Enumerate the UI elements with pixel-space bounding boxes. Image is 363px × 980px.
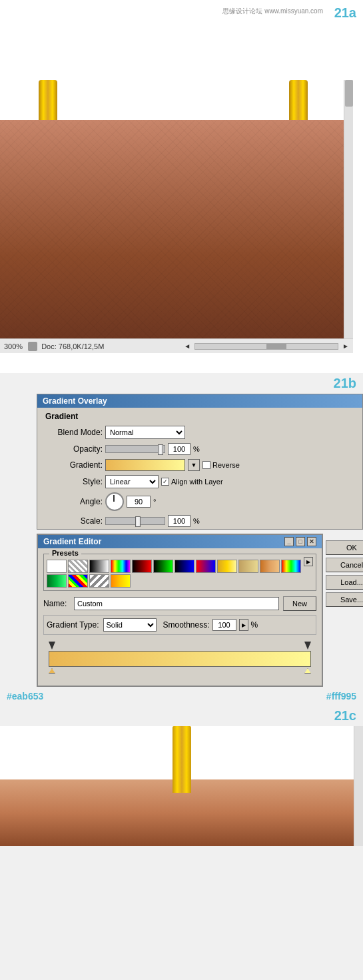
top-stop-left[interactable] (49, 642, 55, 650)
presets-arrow[interactable]: ▶ (304, 557, 313, 566)
preset-9[interactable] (217, 560, 237, 573)
gradient-label: Gradient: (43, 460, 103, 470)
opacity-unit: % (193, 445, 200, 453)
gradient-type-select[interactable]: Solid (103, 618, 157, 632)
maximize-button[interactable]: □ (296, 537, 305, 546)
top-stops (49, 642, 311, 650)
preset-15[interactable] (89, 574, 109, 588)
opacity-thumb[interactable] (158, 444, 163, 455)
presets-section: Presets ▶ (43, 554, 316, 591)
section-label-21c: 21c (0, 706, 363, 726)
smoothness-row: Smoothness: ▶ % (163, 619, 258, 631)
gradient-bar[interactable] (49, 651, 311, 667)
angle-unit: ° (153, 498, 156, 506)
close-button[interactable]: ✕ (307, 537, 316, 546)
bottom-stop-right[interactable] (304, 668, 312, 678)
gradient-bar-container (49, 642, 311, 678)
scale-input[interactable] (168, 515, 190, 527)
gradient-preview[interactable] (105, 459, 185, 471)
blend-mode-select[interactable]: Normal (105, 426, 185, 439)
gradient-type-label: Gradient Type: (47, 620, 99, 630)
angle-input[interactable] (127, 496, 151, 508)
preset-1[interactable] (47, 560, 67, 573)
top-stop-right[interactable] (304, 642, 311, 650)
style-row: Style: Linear ✓ Align with Layer (37, 473, 362, 490)
gradient-section-label: Gradient (37, 408, 362, 424)
color-label-left: #eab653 (7, 691, 43, 702)
ge-ok-button[interactable]: OK (326, 540, 363, 555)
gradient-editor-title: Gradient Editor (43, 537, 101, 546)
stop-arrow-right (304, 668, 311, 674)
gradient-editor-titlebar: Gradient Editor _ □ ✕ (38, 535, 322, 548)
canvas-icon[interactable] (28, 342, 37, 351)
smoothness-stepper[interactable]: ▶ (239, 619, 248, 631)
align-label: Align with Layer (171, 478, 223, 486)
nav-arrow-left[interactable]: ◄ (184, 342, 190, 350)
gradient-overlay-title: Gradient Overlay (37, 394, 362, 408)
bottom-scrollbar[interactable] (194, 343, 338, 350)
minimize-button[interactable]: _ (284, 537, 294, 546)
scrollbar-right-21a[interactable] (344, 80, 353, 353)
preset-7[interactable] (175, 560, 194, 573)
bottom-bar: 300% Doc: 768,0K/12,5M ◄ ► (0, 338, 353, 353)
align-checkbox[interactable]: ✓ (161, 478, 169, 486)
scrollbar-right-21c[interactable] (354, 726, 363, 846)
section-label-21a: 21a (334, 5, 356, 21)
canvas-section-21c (0, 726, 363, 846)
scale-unit: % (193, 517, 200, 525)
bottom-scroll-thumb[interactable] (266, 344, 286, 349)
preset-13[interactable] (47, 574, 67, 588)
angle-dial[interactable] (105, 492, 124, 511)
preset-5[interactable] (132, 560, 152, 573)
gradient-editor-body: Presets ▶ (38, 548, 322, 686)
preset-4[interactable] (111, 560, 131, 573)
style-select[interactable]: Linear (105, 475, 159, 488)
gradient-type-row: Gradient Type: Solid Smoothness: ▶ % (43, 615, 316, 635)
preset-3[interactable] (89, 560, 109, 573)
pillar-21c (173, 726, 191, 793)
style-label: Style: (43, 477, 103, 486)
gradient-overlay-panel: Gradient Overlay Gradient Blend Mode: No… (37, 394, 363, 530)
opacity-label: Opacity: (43, 444, 103, 454)
preset-2[interactable] (68, 560, 88, 573)
name-label: Name: (43, 599, 70, 608)
nav-arrow-right[interactable]: ► (342, 342, 349, 350)
reverse-label: Reverse (212, 461, 240, 469)
smoothness-input[interactable] (212, 619, 236, 631)
stop-arrow-left (49, 668, 55, 674)
reverse-checkbox[interactable] (202, 461, 210, 469)
name-input[interactable] (74, 597, 279, 610)
preset-11[interactable] (260, 560, 280, 573)
gradient-dropdown-btn[interactable]: ▼ (188, 459, 200, 471)
canvas-area-21a: 300% Doc: 768,0K/12,5M ◄ ► (0, 40, 353, 353)
doc-info: Doc: 768,0K/12,5M (41, 342, 184, 350)
zoom-level: 300% (4, 342, 23, 350)
ge-load-button[interactable]: Load... (326, 575, 363, 590)
preset-12[interactable] (281, 560, 301, 573)
angle-label: Angle: (43, 497, 103, 506)
scrollbar-thumb-21a[interactable] (345, 80, 353, 107)
new-button[interactable]: New (283, 596, 316, 611)
ge-save-button[interactable]: Save... (326, 592, 363, 607)
scale-label: Scale: (43, 516, 103, 526)
opacity-slider[interactable] (105, 445, 165, 453)
align-check: ✓ Align with Layer (161, 478, 223, 486)
preset-8[interactable] (196, 560, 216, 573)
scale-row: Scale: % (37, 513, 362, 529)
scale-slider[interactable] (105, 517, 165, 525)
preset-14[interactable] (68, 574, 88, 588)
preset-16[interactable] (111, 574, 131, 588)
preset-6[interactable] (153, 560, 173, 573)
titlebar-controls: _ □ ✕ (284, 537, 316, 546)
leather-texture (0, 120, 353, 346)
opacity-input[interactable] (168, 443, 190, 455)
preset-10[interactable] (238, 560, 258, 573)
section-label-21b: 21b (0, 373, 363, 394)
bottom-stop-left[interactable] (48, 668, 56, 678)
scale-thumb[interactable] (135, 516, 141, 527)
color-labels: #eab653 #fff995 (0, 687, 363, 706)
smoothness-unit: % (251, 620, 258, 630)
smoothness-label: Smoothness: (163, 620, 210, 630)
name-row: Name: New (43, 596, 316, 611)
ge-cancel-button[interactable]: Cancel (326, 558, 363, 572)
